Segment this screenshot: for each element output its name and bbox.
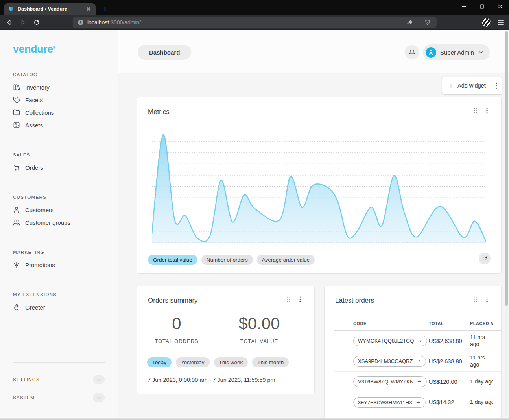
user-menu[interactable]: Super Admin [423,44,490,60]
metric-chip-number-of-orders[interactable]: Number of orders [201,255,253,265]
col-total: TOTAL [429,321,470,326]
sidebar-item-greeter[interactable]: Greeter [13,301,118,314]
order-total: US$14.32 [429,399,470,405]
brave-shield-icon[interactable] [423,18,432,27]
sidebar-item-label: Orders [25,164,43,171]
widget-title: Orders summary [148,297,198,304]
new-tab-button[interactable]: + [100,4,110,14]
sidebar-item-collections[interactable]: Collections [13,106,118,119]
url-host: localhost [87,19,109,26]
site-info-icon[interactable] [77,19,84,26]
breadcrumb-label: Dashboard [149,49,180,56]
notifications-button[interactable] [405,45,419,59]
sidebar-section-my-extensions: MY EXTENSIONSGreeter [13,292,118,314]
maximize-icon[interactable] [473,0,491,13]
metric-chip-average-order-value[interactable]: Average order value [257,255,315,265]
order-code-link[interactable]: WYMGK4TQQ8JL2TGQ [353,336,427,346]
orders-icon [13,164,20,171]
order-code-link[interactable]: 3FY7FSCWSHMA11HX [353,397,426,408]
sidebar-item-inventory[interactable]: Inventory [13,81,118,94]
sidebar-section-catalog: CATALOGInventoryFacetsCollectionsAssets [13,72,118,131]
orders-summary-widget: Orders summary 0 TOTAL ORDERS $0.00 TOTA… [137,286,315,394]
add-widget-kebab-icon[interactable] [495,82,498,90]
url-path: :3000/admin/ [109,19,141,26]
sidebar-section-customers: CUSTOMERSCustomersCustomer groups [13,195,118,229]
widget-kebab-icon[interactable] [485,107,489,114]
bell-icon [408,49,416,56]
sidebar-heading: CATALOG [13,72,118,78]
range-chip-today[interactable]: Today [147,357,172,367]
reload-icon[interactable] [32,18,41,27]
vendure-favicon-icon [8,6,14,12]
chevron-down-icon[interactable] [93,393,105,402]
forward-icon[interactable] [18,18,27,27]
range-chip-this-month[interactable]: This month [252,357,289,367]
customers-icon [13,206,20,213]
sidebar-section-marketing: MARKETINGPromotions [13,250,118,271]
browser-profile-avatar[interactable] [481,18,491,27]
order-placed-at: 1 day ago [470,399,493,406]
sidebar-collapsed-system[interactable]: SYSTEM [13,389,105,407]
widget-title: Latest orders [335,297,374,304]
browser-titlebar: Dashboard • Vendure + [0,0,509,15]
sidebar-heading: MARKETING [13,250,118,255]
sidebar-item-orders[interactable]: Orders [13,161,118,174]
total-value-stat: $0.00 TOTAL VALUE [220,314,299,344]
metric-chip-order-total-value[interactable]: Order total value [148,255,197,265]
date-range-text: 7 Jun 2023, 0:00:00 am - 7 Jun 2023, 11:… [148,377,275,383]
browser-toolbar: localhost:3000/admin/ [0,15,509,30]
drag-handle-icon[interactable] [472,107,478,114]
sidebar-item-assets[interactable]: Assets [13,119,118,131]
col-placed-at: PLACED AT [470,321,493,326]
tab-close-icon[interactable] [85,6,92,12]
order-code-link[interactable]: V3T6BW8ZQLWMYZKN [353,376,427,387]
add-widget-label: Add widget [457,83,486,89]
breadcrumb[interactable]: Dashboard [138,45,191,60]
sidebar-collapsed-sections: SETTINGSSYSTEM [13,370,105,407]
order-placed-at: 1 day ago [470,378,493,385]
order-code-link[interactable]: XSA9PD4LM3CGAQRZ [353,356,426,367]
sidebar-item-label: Customer groups [25,219,70,226]
widget-kebab-icon[interactable] [299,295,302,303]
widget-kebab-icon[interactable] [485,295,489,303]
chevron-down-icon[interactable] [93,375,105,384]
sidebar-item-promotions[interactable]: Promotions [13,259,118,271]
user-avatar-icon [426,47,436,58]
url-bar[interactable]: localhost:3000/admin/ [73,17,437,28]
sidebar-heading: SYSTEM [13,395,35,400]
drag-handle-icon[interactable] [286,295,291,303]
share-icon[interactable] [406,18,414,27]
sidebar-item-facets[interactable]: Facets [13,94,118,106]
total-value-value: $0.00 [220,314,299,333]
divider [13,362,105,363]
sidebar-item-label: Collections [25,109,54,116]
sidebar-item-label: Inventory [25,84,50,91]
back-icon[interactable] [5,18,13,27]
drag-handle-icon[interactable] [472,295,478,303]
main-panel: Dashboard Super Admin Add widget [118,30,509,418]
refresh-button[interactable] [479,253,491,264]
sidebar-item-customer-groups[interactable]: Customer groups [13,216,118,229]
table-header-row: CODETOTALPLACED AT [334,321,501,331]
sidebar: vendure® CATALOGInventoryFacetsCollectio… [0,30,118,418]
sidebar-heading: CUSTOMERS [13,195,118,200]
total-value-label: TOTAL VALUE [220,338,299,344]
sidebar-item-customers[interactable]: Customers [13,204,118,216]
close-icon[interactable] [491,0,509,13]
metrics-area-chart [152,130,486,243]
browser-menu-icon[interactable] [497,19,505,26]
arrow-right-icon [417,338,422,343]
vendure-logo[interactable]: vendure® [13,42,68,55]
arrow-right-icon [416,359,421,364]
order-total: US$2,638.80 [429,358,470,365]
browser-tab[interactable]: Dashboard • Vendure [4,3,96,15]
col-code: CODE [353,321,429,326]
sidebar-collapsed-settings[interactable]: SETTINGS [13,370,105,389]
table-row: XSA9PD4LM3CGAQRZUS$2,638.8011 hrs ago [334,351,501,372]
range-chip-this-week[interactable]: This week [214,357,248,367]
page-scrollbar-thumb[interactable] [505,31,508,306]
minimize-icon[interactable] [455,0,473,13]
range-chip-yesterday[interactable]: Yesterday [176,357,210,367]
add-widget-button[interactable]: Add widget [442,77,502,94]
order-placed-at: 11 hrs ago [470,334,493,348]
